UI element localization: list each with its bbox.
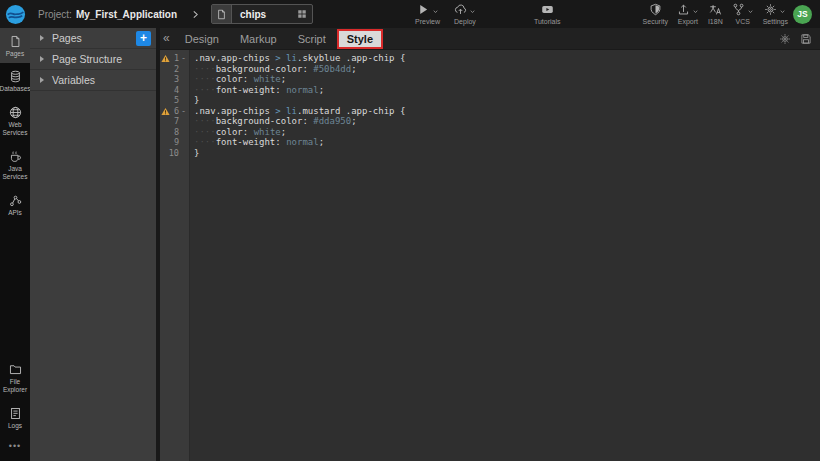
coffee-icon (9, 150, 22, 163)
sidebar-more-button[interactable]: ••• (0, 435, 30, 461)
security-button[interactable]: Security (643, 3, 668, 25)
deploy-icon (454, 3, 467, 16)
app-window: Project:My_First_Application chips Previ… (0, 0, 820, 461)
sidebar-item-pages[interactable]: Pages (0, 28, 30, 63)
caret-down-icon (692, 8, 699, 15)
export-label: Export (678, 18, 698, 25)
sidebar-item-java-services[interactable]: Java Services (0, 143, 30, 187)
line-number: 8 (160, 127, 179, 138)
settings-button[interactable]: Settings (763, 3, 788, 25)
project-label: Project: (38, 9, 72, 20)
topbar-right-actions: SecurityExportI18NVCSSettings (643, 3, 788, 25)
breadcrumb-chevron-icon (191, 9, 200, 20)
collapsed-caret-icon (40, 56, 44, 62)
editor-settings-button[interactable] (779, 33, 791, 45)
gutter: 9 (160, 137, 190, 148)
collapsed-caret-icon (40, 35, 44, 41)
add-page-button[interactable]: + (136, 31, 151, 46)
fold-marker[interactable]: - (179, 106, 188, 117)
sidebar-item-web-services[interactable]: Web Services (0, 99, 30, 143)
vcs-button[interactable]: VCS (732, 3, 754, 25)
breadcrumb: Project:My_First_Application (38, 9, 177, 20)
app-logo[interactable] (0, 0, 30, 28)
code-text: ····color: white; (190, 74, 286, 85)
code-text: ····background-color: #50b4dd; (190, 64, 357, 75)
i18n-button[interactable]: I18N (708, 3, 723, 25)
code-line[interactable]: 4····font-weight: normal; (160, 85, 820, 96)
export-button[interactable]: Export (677, 3, 699, 25)
editor-area: « DesignMarkupScriptStyle 1-.nav.app-chi… (160, 28, 820, 461)
gutter: 1- (160, 53, 190, 64)
save-button[interactable] (800, 33, 812, 45)
code-line[interactable]: 5} (160, 95, 820, 106)
settings-label: Settings (763, 18, 788, 25)
tab-design[interactable]: Design (177, 31, 227, 47)
pages-panel: Pages+Page StructureVariables (30, 28, 156, 461)
wavemaker-logo-icon (5, 4, 26, 25)
security-label: Security (643, 18, 668, 25)
folder-icon (9, 363, 22, 376)
file-tab-icon-box (212, 5, 232, 23)
code-text: ····font-weight: normal; (190, 85, 324, 96)
panel-section-label: Page Structure (52, 53, 122, 65)
tab-script[interactable]: Script (290, 31, 334, 47)
i18n-label: I18N (708, 18, 723, 25)
tab-markup[interactable]: Markup (232, 31, 285, 47)
gutter: 2 (160, 64, 190, 75)
caret-down-icon (469, 8, 476, 15)
sidebar-item-apis[interactable]: APIs (0, 187, 30, 222)
preview-label: Preview (415, 18, 440, 25)
sidebar-item-label: APIs (8, 209, 22, 217)
gutter: 3 (160, 74, 190, 85)
code-line[interactable]: 6-.nav.app-chips > li.mustard .app-chip … (160, 106, 820, 117)
preview-button[interactable]: Preview (415, 3, 440, 25)
file-tab-chips[interactable]: chips (211, 4, 313, 24)
code-text: } (190, 148, 199, 159)
main-body: PagesDatabasesWeb ServicesJava ServicesA… (0, 28, 820, 461)
code-line[interactable]: 3····color: white; (160, 74, 820, 85)
logs-icon (9, 407, 22, 420)
vcs-label: VCS (736, 18, 750, 25)
line-number: 7 (160, 116, 179, 127)
code-line[interactable]: 8····color: white; (160, 127, 820, 138)
translate-icon (709, 3, 722, 16)
sidebar-bottom-group: File ExplorerLogs (0, 356, 30, 435)
branch-icon (732, 3, 745, 16)
panel-section-page-structure[interactable]: Page Structure (30, 49, 156, 70)
sidebar-item-label: File Explorer (1, 378, 29, 395)
warning-icon (161, 107, 170, 116)
project-name: My_First_Application (76, 9, 177, 20)
code-line[interactable]: 10} (160, 148, 820, 159)
panel-collapse-button[interactable]: « (163, 31, 170, 45)
panel-section-variables[interactable]: Variables (30, 70, 156, 91)
user-avatar[interactable]: JS (793, 5, 812, 24)
youtube-icon (541, 3, 554, 16)
globe-icon (9, 106, 22, 119)
sidebar-item-databases[interactable]: Databases (0, 63, 30, 98)
tab-style[interactable]: Style (339, 31, 381, 47)
grid-icon[interactable] (297, 9, 307, 19)
deploy-button[interactable]: Deploy (454, 3, 476, 25)
play-icon (417, 3, 430, 16)
panel-section-pages[interactable]: Pages+ (30, 28, 156, 49)
code-line[interactable]: 9····font-weight: normal; (160, 137, 820, 148)
database-icon (9, 70, 22, 83)
tutorials-button[interactable]: Tutorials (534, 3, 561, 25)
warning-icon (161, 54, 170, 63)
caret-down-icon (432, 8, 439, 15)
sidebar-top-group: PagesDatabasesWeb ServicesJava ServicesA… (0, 28, 30, 222)
code-editor[interactable]: 1-.nav.app-chips > li.skyblue .app-chip … (160, 50, 820, 461)
gutter: 4 (160, 85, 190, 96)
fold-marker[interactable]: - (179, 53, 188, 64)
code-line[interactable]: 7····background-color: #dda950; (160, 116, 820, 127)
sidebar-item-file-explorer[interactable]: File Explorer (0, 356, 30, 400)
code-line[interactable]: 1-.nav.app-chips > li.skyblue .app-chip … (160, 53, 820, 64)
line-number: 9 (160, 137, 179, 148)
gutter: 8 (160, 127, 190, 138)
shield-icon (649, 3, 662, 16)
code-text: ····color: white; (190, 127, 286, 138)
line-number: 3 (160, 74, 179, 85)
page-icon (9, 35, 22, 48)
sidebar-item-logs[interactable]: Logs (0, 400, 30, 435)
code-line[interactable]: 2····background-color: #50b4dd; (160, 64, 820, 75)
